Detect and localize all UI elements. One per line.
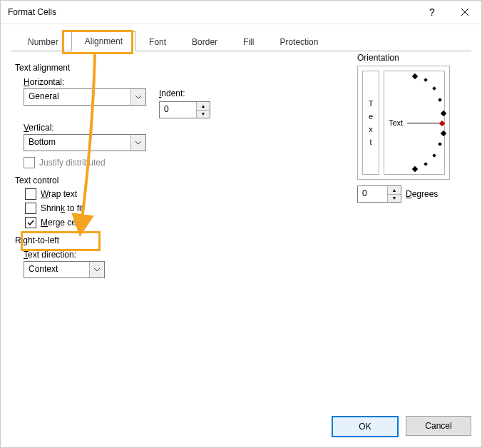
cancel-button[interactable]: Cancel [406, 416, 471, 436]
group-orientation: Orientation T e x t Text [357, 53, 464, 203]
checkbox-wrap-text[interactable] [25, 188, 36, 200]
chevron-down-icon [130, 89, 145, 105]
ok-button[interactable]: OK [332, 416, 399, 437]
label-merge-cells: Merge cells [41, 218, 84, 228]
chevron-down-icon [130, 135, 145, 151]
tab-fill[interactable]: Fill [230, 33, 267, 51]
orientation-dial[interactable]: Text [384, 71, 445, 175]
orientation-vertical-text[interactable]: T e x t [362, 71, 379, 175]
combo-vertical[interactable]: Bottom [24, 134, 146, 151]
spinner-indent-buttons[interactable]: ▲ ▼ [196, 102, 210, 118]
tab-content: Text alignment Horizontal: General Inden… [11, 51, 471, 417]
triangle-down-icon: ▼ [197, 110, 210, 118]
triangle-up-icon: ▲ [197, 102, 210, 110]
combo-text-direction[interactable]: Context [24, 261, 105, 278]
tab-number[interactable]: Number [15, 33, 71, 51]
label-orientation: Orientation [357, 53, 464, 63]
tab-row: Number Alignment Font Border Fill Protec… [15, 31, 471, 51]
orientation-control[interactable]: T e x t Text [357, 66, 450, 180]
label-degrees: Degrees [406, 189, 438, 199]
triangle-up-icon: ▲ [388, 186, 401, 194]
label-text-direction: Text direction: [24, 250, 467, 260]
orientation-line [407, 123, 440, 123]
label-justify-distributed: Justify distributed [39, 158, 106, 168]
label-shrink-to-fit: Shrink to fit [41, 203, 83, 213]
spinner-degrees-value: 0 [358, 186, 387, 202]
close-button[interactable] [448, 1, 481, 24]
combo-vertical-value: Bottom [24, 135, 130, 151]
label-wrap-text: Wrap text [41, 189, 77, 199]
spinner-indent-value: 0 [160, 102, 196, 118]
spinner-degrees-buttons[interactable]: ▲ ▼ [387, 186, 401, 202]
check-icon [27, 219, 34, 226]
tab-protection[interactable]: Protection [267, 33, 331, 51]
spinner-degrees[interactable]: 0 ▲ ▼ [357, 185, 401, 203]
tab-border[interactable]: Border [179, 33, 230, 51]
window-title: Format Cells [8, 7, 416, 17]
checkbox-shrink-to-fit[interactable] [25, 203, 36, 214]
spinner-indent[interactable]: 0 ▲ ▼ [159, 101, 210, 118]
close-icon [461, 8, 469, 16]
label-indent: Indent: [159, 88, 210, 98]
help-button[interactable]: ? [416, 1, 448, 24]
combo-horizontal[interactable]: General [24, 88, 146, 106]
combo-text-direction-value: Context [24, 262, 89, 278]
chevron-down-icon [89, 262, 104, 278]
checkbox-justify-distributed [24, 157, 35, 168]
checkbox-merge-cells[interactable] [25, 217, 36, 228]
titlebar: Format Cells ? [1, 1, 481, 24]
triangle-down-icon: ▼ [388, 194, 401, 203]
tab-font[interactable]: Font [136, 33, 179, 51]
format-cells-dialog: Format Cells ? Number Alignment Font Bor… [0, 0, 482, 448]
dialog-body: Number Alignment Font Border Fill Protec… [1, 24, 481, 417]
orientation-dial-label: Text [389, 118, 403, 127]
combo-horizontal-value: General [24, 89, 130, 105]
dialog-footer: OK Cancel [332, 416, 471, 437]
group-right-to-left: Right-to-left [15, 235, 467, 245]
tab-alignment[interactable]: Alignment [71, 31, 136, 51]
